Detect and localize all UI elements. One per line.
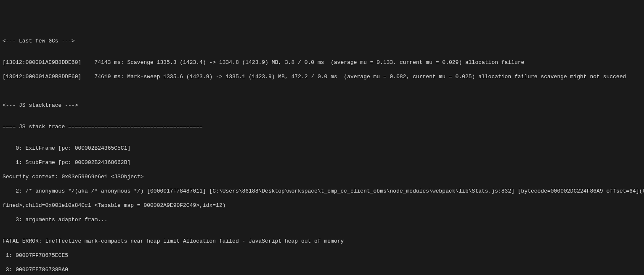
stack-frame-1: 1: StubFrame [pc: 000002B24368662B] — [3, 159, 641, 166]
stack-frame-2-continued: fined>,child=0x001e10a840c1 <Tapable map… — [3, 202, 641, 209]
js-stacktrace-header: <--- JS stacktrace ---> — [3, 102, 641, 109]
stack-address-3: 3: 00007FF786738BA0 — [3, 266, 641, 273]
gc-marksweep-line: [13012:000001AC9B8DDE60] 74619 ms: Mark-… — [3, 73, 641, 80]
stack-frame-0: 0: ExitFrame [pc: 000002B24365C5C1] — [3, 145, 641, 152]
fatal-error-line: FATAL ERROR: Ineffective mark-compacts n… — [3, 238, 641, 245]
terminal-output[interactable]: <--- Last few GCs ---> [13012:000001AC9B… — [3, 30, 641, 275]
gc-header: <--- Last few GCs ---> — [3, 37, 641, 45]
stack-frame-3: 3: arguments adaptor fram... — [3, 216, 641, 223]
security-context: Security context: 0x03e59969e6e1 <JSObje… — [3, 173, 641, 180]
stack-frame-2: 2: /* anonymous */(aka /* anonymous */) … — [3, 188, 641, 195]
gc-scavenge-line: [13012:000001AC9B8DDE60] 74143 ms: Scave… — [3, 59, 641, 66]
js-stack-trace-divider: ==== JS stack trace ====================… — [3, 123, 641, 130]
stack-address-1: 1: 00007FF78675ECE5 — [3, 252, 641, 259]
